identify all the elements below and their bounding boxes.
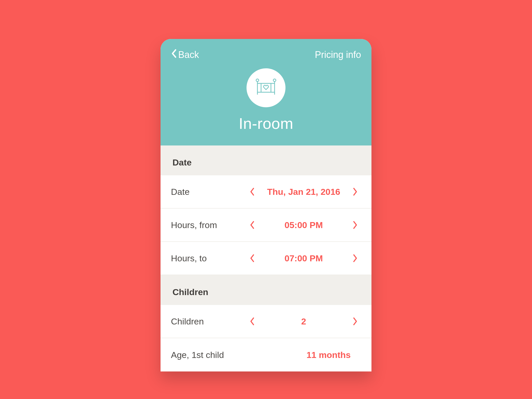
date-prev-button[interactable] — [246, 186, 258, 197]
hours-from-value[interactable]: 05:00 PM — [258, 220, 350, 230]
back-label: Back — [178, 49, 199, 60]
row-label: Age, 1st child — [171, 350, 246, 360]
age-first-child-value[interactable]: 11 months — [246, 350, 361, 360]
pricing-info-link[interactable]: Pricing info — [315, 49, 361, 60]
children-stepper: 2 — [246, 316, 361, 327]
hours-to-value[interactable]: 07:00 PM — [258, 253, 350, 263]
row-hours-to: Hours, to 07:00 PM — [161, 242, 371, 275]
row-date: Date Thu, Jan 21, 2016 — [161, 175, 371, 209]
page-title: In-room — [239, 115, 293, 132]
row-label: Children — [171, 316, 246, 327]
hours-from-stepper: 05:00 PM — [246, 219, 361, 231]
section-header-children: Children — [161, 275, 371, 305]
row-label: Hours, to — [171, 253, 246, 263]
row-hours-from: Hours, from 05:00 PM — [161, 209, 371, 242]
children-value[interactable]: 2 — [258, 316, 350, 327]
children-next-button[interactable] — [350, 316, 361, 327]
row-age-first-child: Age, 1st child 11 months — [161, 338, 371, 371]
hours-from-next-button[interactable] — [350, 219, 361, 231]
hours-to-prev-button[interactable] — [246, 252, 258, 264]
hero: In-room — [171, 68, 361, 132]
section-header-date: Date — [161, 145, 371, 175]
hours-to-next-button[interactable] — [350, 252, 361, 264]
header: Back Pricing info — [161, 39, 371, 145]
nav-bar: Back Pricing info — [171, 49, 361, 61]
chevron-left-icon — [171, 49, 177, 61]
row-label: Hours, from — [171, 220, 246, 230]
hours-to-stepper: 07:00 PM — [246, 252, 361, 264]
app-screen: Back Pricing info — [161, 39, 371, 371]
date-next-button[interactable] — [350, 186, 361, 197]
children-prev-button[interactable] — [246, 316, 258, 327]
back-button[interactable]: Back — [171, 49, 199, 61]
date-stepper: Thu, Jan 21, 2016 — [246, 186, 361, 197]
hours-from-prev-button[interactable] — [246, 219, 258, 231]
crib-icon — [255, 78, 277, 97]
hero-icon-circle — [247, 68, 285, 107]
row-label: Date — [171, 187, 246, 197]
row-children: Children 2 — [161, 305, 371, 338]
date-value[interactable]: Thu, Jan 21, 2016 — [258, 187, 350, 197]
